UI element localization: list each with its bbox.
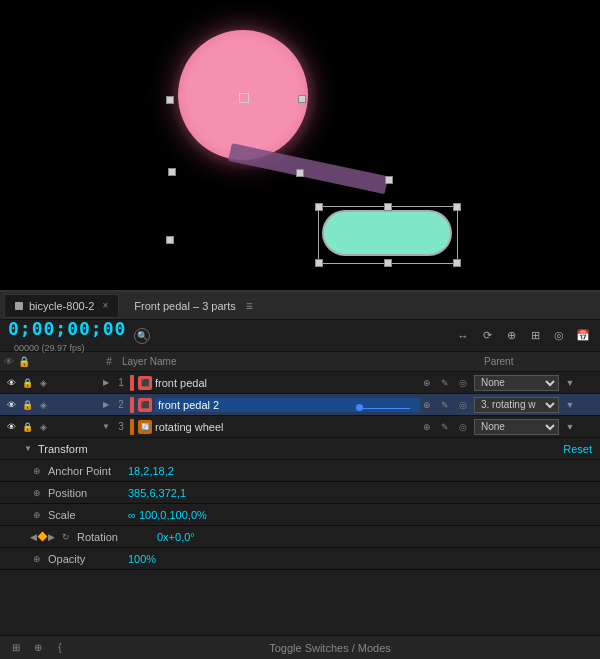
col-parent-header: Parent [400,356,600,367]
layer2-lock[interactable]: 🔒 [20,398,34,412]
layer-row-3[interactable]: 👁 🔒 ◈ ▼ 3 🔄 rotating wheel ⊕ ✎ ◎ None ▼ [0,416,600,438]
handle-tm[interactable] [384,203,392,211]
tab-bicycle[interactable]: bicycle-800-2 × [4,294,119,318]
canvas-viewport [0,0,600,290]
handle-tl[interactable] [315,203,323,211]
layer1-eye[interactable]: 👁 [4,376,18,390]
toolbar-icon-4[interactable]: ⊞ [526,327,544,345]
transform-header[interactable]: ▼ Transform Reset [0,438,600,460]
layer3-mode3[interactable]: ◎ [456,420,470,434]
layer1-expand[interactable]: ▶ [100,378,112,387]
layer2-dropdown[interactable]: ▼ [563,398,577,412]
layer3-lock[interactable]: 🔒 [20,420,34,434]
layer3-num: 3 [112,421,130,432]
layer1-mode1[interactable]: ⊕ [420,376,434,390]
prop-opacity: ⊕ Opacity 100% [0,548,600,570]
layer2-num: 2 [112,399,130,410]
layer2-eye[interactable]: 👁 [4,398,18,412]
layer3-mode1[interactable]: ⊕ [420,420,434,434]
transform-label: Transform [38,443,88,455]
handle-tr[interactable] [453,203,461,211]
layer3-icon: 🔄 [138,420,152,434]
layer-row-2[interactable]: 👁 🔒 ◈ ▶ 2 ⬛ front pedal 2 ⊕ ✎ ◎ 3. rotat… [0,394,600,416]
layer2-shy[interactable]: ◈ [36,398,50,412]
prop-opacity-icon[interactable]: ⊕ [30,552,44,566]
tab-bar: bicycle-800-2 × Front pedal – 3 parts ≡ [0,292,600,320]
kf-next-rotation[interactable]: ▶ [48,532,55,542]
prop-rotation-label: Rotation [77,531,157,543]
handle-1[interactable] [166,96,174,104]
timecode-search-button[interactable]: 🔍 [134,328,150,344]
transform-expand[interactable]: ▼ [22,444,34,453]
toolbar-icon-3[interactable]: ⊕ [502,327,520,345]
col-layername-header: Layer Name [118,356,400,367]
anchor-handle[interactable] [239,93,249,103]
layer1-switches: 👁 🔒 ◈ [0,376,100,390]
bottom-icon-2[interactable]: ⊕ [30,640,46,656]
layer1-right: ⊕ ✎ ◎ None ▼ [420,375,600,391]
prop-scale: ⊕ Scale ∞ 100,0,100,0% [0,504,600,526]
tab-menu-icon[interactable]: ≡ [246,299,253,313]
prop-scale-icon[interactable]: ⊕ [30,508,44,522]
layer2-mode2[interactable]: ✎ [438,398,452,412]
handle-2[interactable] [298,95,306,103]
toolbar-icons: ↔ ⟳ ⊕ ⊞ ◎ 📅 [454,327,592,345]
layer3-eye[interactable]: 👁 [4,420,18,434]
tab-bicycle-close[interactable]: × [102,300,108,311]
layer3-expand[interactable]: ▼ [100,422,112,431]
layer3-parent-select[interactable]: None [474,419,559,435]
column-headers: 👁 🔒 # Layer Name Parent [0,352,600,372]
prop-scale-label: Scale [48,509,128,521]
tab-dot-1 [15,302,23,310]
layer2-right: ⊕ ✎ ◎ 3. rotating w None ▼ [420,397,600,413]
layer1-dropdown[interactable]: ▼ [563,376,577,390]
prop-position-label: Position [48,487,128,499]
bottom-icons: ⊞ ⊕ { [8,640,68,656]
layer3-mode2[interactable]: ✎ [438,420,452,434]
transform-reset[interactable]: Reset [563,443,600,455]
layer1-parent-select[interactable]: None [474,375,559,391]
bottom-icon-3[interactable]: { [52,640,68,656]
bottom-icon-1[interactable]: ⊞ [8,640,24,656]
layer2-icon: ⬛ [138,398,152,412]
toolbar-icon-6[interactable]: 📅 [574,327,592,345]
handle-bl[interactable] [315,259,323,267]
layer-row-1[interactable]: 👁 🔒 ◈ ▶ 1 ⬛ front pedal ⊕ ✎ ◎ None ▼ [0,372,600,394]
prop-scale-value[interactable]: ∞ 100,0,100,0% [128,509,207,521]
layer1-mode2[interactable]: ✎ [438,376,452,390]
layer3-dropdown[interactable]: ▼ [563,420,577,434]
layer1-shy[interactable]: ◈ [36,376,50,390]
handle-4[interactable] [296,169,304,177]
timecode-display[interactable]: 0;00;00;00 [8,318,126,339]
toolbar-icon-2[interactable]: ⟳ [478,327,496,345]
prop-rotation-icon[interactable]: ↻ [59,530,73,544]
layer2-parent-select[interactable]: 3. rotating w None [474,397,559,413]
layer2-expand[interactable]: ▶ [100,400,112,409]
toolbar-icon-1[interactable]: ↔ [454,327,472,345]
col-num-header: # [100,356,118,367]
handle-6[interactable] [385,176,393,184]
prop-opacity-value[interactable]: 100% [128,553,156,565]
prop-position-icon[interactable]: ⊕ [30,486,44,500]
kf-prev-rotation[interactable]: ◀ [30,532,37,542]
handle-br[interactable] [453,259,461,267]
handle-3[interactable] [168,168,176,176]
prop-anchor-icon[interactable]: ⊕ [30,464,44,478]
layer1-mode3[interactable]: ◎ [456,376,470,390]
prop-position-value[interactable]: 385,6,372,1 [128,487,186,499]
layer3-switches: 👁 🔒 ◈ [0,420,100,434]
handle-bm[interactable] [384,259,392,267]
toolbar-icon-5[interactable]: ◎ [550,327,568,345]
layer2-name: front pedal 2 [155,398,420,412]
prop-rotation-value[interactable]: 0x+0,0° [157,531,195,543]
handle-5[interactable] [166,236,174,244]
connection-line [360,408,410,409]
col-lock: 🔒 [18,356,30,367]
layer2-mode1[interactable]: ⊕ [420,398,434,412]
kf-diamond-rotation[interactable] [38,532,48,542]
layer3-shy[interactable]: ◈ [36,420,50,434]
layer2-mode3[interactable]: ◎ [456,398,470,412]
prop-anchor-value[interactable]: 18,2,18,2 [128,465,174,477]
tab-frontpedal[interactable]: Front pedal – 3 parts ≡ [123,294,264,318]
layer1-lock[interactable]: 🔒 [20,376,34,390]
